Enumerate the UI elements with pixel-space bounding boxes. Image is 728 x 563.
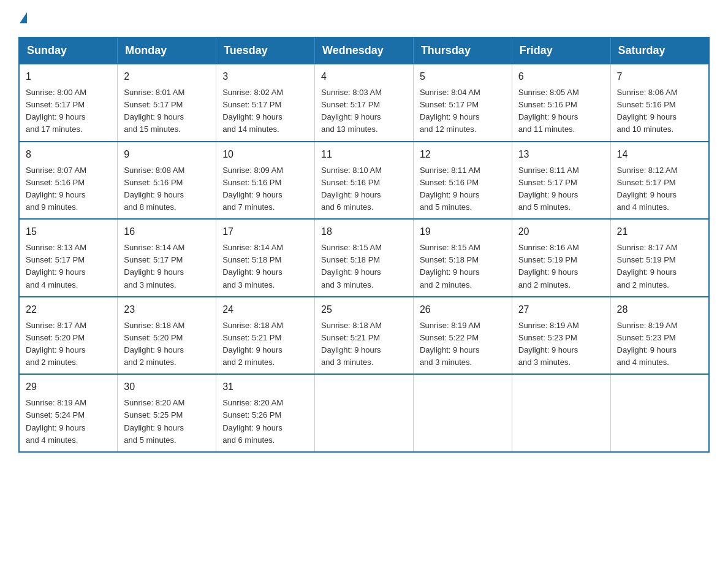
day-info: Sunrise: 8:18 AM Sunset: 5:21 PM Dayligh… [321, 321, 382, 367]
calendar-cell: 11 Sunrise: 8:10 AM Sunset: 5:16 PM Dayl… [315, 142, 414, 220]
day-number: 28 [617, 302, 702, 317]
day-info: Sunrise: 8:08 AM Sunset: 5:16 PM Dayligh… [124, 166, 184, 212]
day-number: 21 [617, 224, 702, 239]
day-number: 24 [222, 302, 308, 317]
day-info: Sunrise: 8:17 AM Sunset: 5:19 PM Dayligh… [617, 243, 678, 289]
calendar-cell: 2 Sunrise: 8:01 AM Sunset: 5:17 PM Dayli… [118, 64, 216, 142]
calendar-cell: 18 Sunrise: 8:15 AM Sunset: 5:18 PM Dayl… [315, 219, 414, 297]
calendar-cell: 9 Sunrise: 8:08 AM Sunset: 5:16 PM Dayli… [118, 142, 216, 220]
calendar-cell: 14 Sunrise: 8:12 AM Sunset: 5:17 PM Dayl… [610, 142, 709, 220]
day-number: 19 [420, 224, 506, 239]
day-number: 14 [617, 147, 702, 162]
day-number: 30 [124, 380, 210, 394]
calendar-header-row: SundayMondayTuesdayWednesdayThursdayFrid… [19, 37, 709, 64]
day-number: 13 [518, 147, 604, 162]
day-info: Sunrise: 8:10 AM Sunset: 5:16 PM Dayligh… [321, 166, 382, 212]
calendar-header-saturday: Saturday [610, 37, 709, 64]
day-info: Sunrise: 8:14 AM Sunset: 5:17 PM Dayligh… [124, 243, 184, 289]
day-info: Sunrise: 8:00 AM Sunset: 5:17 PM Dayligh… [26, 88, 86, 134]
day-info: Sunrise: 8:13 AM Sunset: 5:17 PM Dayligh… [26, 243, 86, 289]
calendar-cell: 15 Sunrise: 8:13 AM Sunset: 5:17 PM Dayl… [19, 219, 118, 297]
calendar-header-thursday: Thursday [413, 37, 512, 64]
calendar-cell: 24 Sunrise: 8:18 AM Sunset: 5:21 PM Dayl… [216, 297, 315, 375]
day-info: Sunrise: 8:01 AM Sunset: 5:17 PM Dayligh… [124, 88, 184, 134]
calendar-cell: 6 Sunrise: 8:05 AM Sunset: 5:16 PM Dayli… [512, 64, 610, 142]
day-info: Sunrise: 8:11 AM Sunset: 5:16 PM Dayligh… [420, 166, 480, 212]
day-number: 26 [420, 302, 506, 317]
day-number: 23 [124, 302, 210, 317]
calendar-cell: 7 Sunrise: 8:06 AM Sunset: 5:16 PM Dayli… [610, 64, 709, 142]
day-number: 27 [518, 302, 604, 317]
day-info: Sunrise: 8:20 AM Sunset: 5:25 PM Dayligh… [124, 398, 184, 444]
day-number: 15 [26, 224, 111, 239]
calendar-cell: 16 Sunrise: 8:14 AM Sunset: 5:17 PM Dayl… [118, 219, 216, 297]
day-number: 11 [321, 147, 407, 162]
calendar-cell: 21 Sunrise: 8:17 AM Sunset: 5:19 PM Dayl… [610, 219, 709, 297]
day-info: Sunrise: 8:19 AM Sunset: 5:24 PM Dayligh… [26, 398, 86, 444]
logo [18, 12, 28, 25]
day-number: 5 [420, 69, 506, 84]
day-number: 3 [222, 69, 308, 84]
day-number: 17 [222, 224, 308, 239]
day-number: 25 [321, 302, 407, 317]
calendar-cell: 23 Sunrise: 8:18 AM Sunset: 5:20 PM Dayl… [118, 297, 216, 375]
day-info: Sunrise: 8:19 AM Sunset: 5:22 PM Dayligh… [420, 321, 480, 367]
calendar-cell: 8 Sunrise: 8:07 AM Sunset: 5:16 PM Dayli… [19, 142, 118, 220]
calendar-cell: 26 Sunrise: 8:19 AM Sunset: 5:22 PM Dayl… [413, 297, 512, 375]
calendar-week-row-4: 22 Sunrise: 8:17 AM Sunset: 5:20 PM Dayl… [19, 297, 709, 375]
calendar-cell: 17 Sunrise: 8:14 AM Sunset: 5:18 PM Dayl… [216, 219, 315, 297]
day-info: Sunrise: 8:15 AM Sunset: 5:18 PM Dayligh… [321, 243, 382, 289]
day-number: 4 [321, 69, 407, 84]
day-info: Sunrise: 8:18 AM Sunset: 5:21 PM Dayligh… [222, 321, 283, 367]
calendar-cell: 4 Sunrise: 8:03 AM Sunset: 5:17 PM Dayli… [315, 64, 414, 142]
day-number: 2 [124, 69, 210, 84]
calendar-cell: 5 Sunrise: 8:04 AM Sunset: 5:17 PM Dayli… [413, 64, 512, 142]
day-number: 12 [420, 147, 506, 162]
calendar-cell [512, 374, 610, 452]
day-info: Sunrise: 8:20 AM Sunset: 5:26 PM Dayligh… [222, 398, 283, 444]
calendar-cell: 10 Sunrise: 8:09 AM Sunset: 5:16 PM Dayl… [216, 142, 315, 220]
day-info: Sunrise: 8:02 AM Sunset: 5:17 PM Dayligh… [222, 88, 283, 134]
calendar-cell: 12 Sunrise: 8:11 AM Sunset: 5:16 PM Dayl… [413, 142, 512, 220]
day-info: Sunrise: 8:04 AM Sunset: 5:17 PM Dayligh… [420, 88, 480, 134]
day-info: Sunrise: 8:06 AM Sunset: 5:16 PM Dayligh… [617, 88, 678, 134]
day-number: 22 [26, 302, 111, 317]
calendar-table: SundayMondayTuesdayWednesdayThursdayFrid… [18, 37, 710, 453]
day-info: Sunrise: 8:16 AM Sunset: 5:19 PM Dayligh… [518, 243, 579, 289]
day-number: 16 [124, 224, 210, 239]
day-info: Sunrise: 8:18 AM Sunset: 5:20 PM Dayligh… [124, 321, 184, 367]
day-number: 18 [321, 224, 407, 239]
calendar-header-friday: Friday [512, 37, 610, 64]
day-number: 7 [617, 69, 702, 84]
calendar-cell [610, 374, 709, 452]
calendar-week-row-5: 29 Sunrise: 8:19 AM Sunset: 5:24 PM Dayl… [19, 374, 709, 452]
day-info: Sunrise: 8:07 AM Sunset: 5:16 PM Dayligh… [26, 166, 86, 212]
calendar-cell: 27 Sunrise: 8:19 AM Sunset: 5:23 PM Dayl… [512, 297, 610, 375]
day-info: Sunrise: 8:11 AM Sunset: 5:17 PM Dayligh… [518, 166, 579, 212]
day-number: 10 [222, 147, 308, 162]
calendar-header-sunday: Sunday [19, 37, 118, 64]
day-info: Sunrise: 8:14 AM Sunset: 5:18 PM Dayligh… [222, 243, 283, 289]
day-number: 31 [222, 380, 308, 394]
day-number: 29 [26, 380, 111, 394]
day-info: Sunrise: 8:17 AM Sunset: 5:20 PM Dayligh… [26, 321, 86, 367]
logo-text [18, 12, 28, 25]
day-number: 8 [26, 147, 111, 162]
calendar-cell: 13 Sunrise: 8:11 AM Sunset: 5:17 PM Dayl… [512, 142, 610, 220]
calendar-cell: 22 Sunrise: 8:17 AM Sunset: 5:20 PM Dayl… [19, 297, 118, 375]
calendar-week-row-2: 8 Sunrise: 8:07 AM Sunset: 5:16 PM Dayli… [19, 142, 709, 220]
day-number: 1 [26, 69, 111, 84]
calendar-cell: 3 Sunrise: 8:02 AM Sunset: 5:17 PM Dayli… [216, 64, 315, 142]
calendar-cell: 28 Sunrise: 8:19 AM Sunset: 5:23 PM Dayl… [610, 297, 709, 375]
calendar-cell [413, 374, 512, 452]
calendar-cell: 31 Sunrise: 8:20 AM Sunset: 5:26 PM Dayl… [216, 374, 315, 452]
calendar-week-row-1: 1 Sunrise: 8:00 AM Sunset: 5:17 PM Dayli… [19, 64, 709, 142]
day-info: Sunrise: 8:19 AM Sunset: 5:23 PM Dayligh… [518, 321, 579, 367]
calendar-cell: 29 Sunrise: 8:19 AM Sunset: 5:24 PM Dayl… [19, 374, 118, 452]
calendar-header-tuesday: Tuesday [216, 37, 315, 64]
page-header [18, 12, 710, 25]
day-number: 20 [518, 224, 604, 239]
day-info: Sunrise: 8:19 AM Sunset: 5:23 PM Dayligh… [617, 321, 678, 367]
day-info: Sunrise: 8:15 AM Sunset: 5:18 PM Dayligh… [420, 243, 480, 289]
day-info: Sunrise: 8:03 AM Sunset: 5:17 PM Dayligh… [321, 88, 382, 134]
